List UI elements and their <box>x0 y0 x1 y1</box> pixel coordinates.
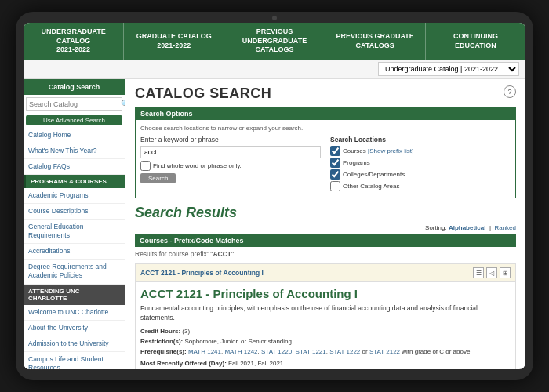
credit-hours-value: (3) <box>182 328 190 335</box>
sidebar-catalog-home[interactable]: Catalog Home <box>24 128 125 143</box>
course-link[interactable]: ACCT 2121 - Principles of Accounting I <box>140 269 264 277</box>
results-section-header: Courses - Prefix/Code Matches <box>135 234 516 247</box>
restrictions: Restriction(s): Sophomore, Junior, or Se… <box>140 337 511 346</box>
course-result-header: ACCT 2121 - Principles of Accounting I ☰… <box>136 264 515 282</box>
sidebar-general-education[interactable]: General Education Requirements <box>24 220 125 244</box>
keyword-label: Enter a keyword or phrase <box>140 136 321 143</box>
main-area: Catalog Search 🔍 Use Advanced Search Cat… <box>24 79 525 369</box>
course-result-box: ACCT 2121 - Principles of Accounting I ☰… <box>135 263 516 369</box>
search-options-body: Choose search locations to narrow or exp… <box>136 120 515 198</box>
location-programs: Programs <box>330 158 511 168</box>
sort-ranked-link[interactable]: Ranked <box>494 224 516 231</box>
catalog-bar: Undergraduate Catalog | 2021-2022 Gradua… <box>24 60 525 79</box>
sidebar-degree-requirements[interactable]: Degree Requirements and Academic Policie… <box>24 260 125 284</box>
programs-label: Programs <box>343 159 370 166</box>
recent-day: Most Recently Offered (Day): Fall 2021, … <box>140 359 511 368</box>
sidebar: Catalog Search 🔍 Use Advanced Search Cat… <box>24 79 125 369</box>
catalog-dropdown[interactable]: Undergraduate Catalog | 2021-2022 Gradua… <box>378 62 519 76</box>
whole-word-checkbox[interactable] <box>140 161 151 171</box>
location-colleges: Colleges/Departments <box>330 169 511 180</box>
sidebar-catalog-faqs[interactable]: Catalog FAQs <box>24 159 125 175</box>
sidebar-search-header: Catalog Search <box>24 79 125 95</box>
location-other: Other Catalog Areas <box>330 181 511 191</box>
other-label: Other Catalog Areas <box>343 183 399 190</box>
sidebar-advanced-link: Use Advanced Search <box>24 113 125 128</box>
whole-word-label: Find whole word or phrase only. <box>153 162 242 169</box>
sidebar-search-input[interactable] <box>27 99 119 110</box>
location-courses: Courses [Show prefix list] <box>330 146 511 156</box>
courses-label: Courses [Show prefix list] <box>343 147 413 154</box>
top-navigation: UNDERGRADUATE CATALOG 2021-2022 GRADUATE… <box>24 23 525 60</box>
courses-checkbox[interactable] <box>330 146 340 156</box>
course-title: ACCT 2121 - Principles of Accounting I <box>140 287 511 301</box>
sidebar-programs-header: PROGRAMS & COURSES <box>24 175 125 188</box>
search-right: Search Locations Courses [Show prefix li… <box>330 136 511 193</box>
search-results-title: Search Results <box>135 205 516 221</box>
help-icon[interactable]: ? <box>504 85 516 98</box>
nav-prev-undergrad[interactable]: PREVIOUS UNDERGRADUATE CATALOGS <box>224 23 325 60</box>
sidebar-accreditations[interactable]: Accreditations <box>24 244 125 260</box>
sidebar-campus-life[interactable]: Campus Life and Student Resources <box>24 352 125 369</box>
search-options-desc: Choose search locations to narrow or exp… <box>140 125 511 132</box>
tablet-screen: UNDERGRADUATE CATALOG 2021-2022 GRADUATE… <box>24 23 525 369</box>
sidebar-course-descriptions[interactable]: Course Descriptions <box>24 204 125 220</box>
sidebar-about[interactable]: About the University <box>24 321 125 336</box>
sidebar-attending-header: ATTENDING UNC CHARLOTTE <box>24 285 125 305</box>
restrictions-value: Sophomore, Junior, or Senior standing. <box>184 338 293 345</box>
course-desc: Fundamental accounting principles, with … <box>140 304 511 323</box>
bookmark-icon[interactable]: ☰ <box>473 267 484 278</box>
credit-hours-label: Credit Hours: <box>140 328 182 335</box>
locations-title: Search Locations <box>330 136 511 143</box>
prereq-stat1221[interactable]: STAT 1221 <box>296 348 326 355</box>
course-action-icons: ☰ ◁ ⊞ <box>473 267 511 278</box>
prerequisites: Prerequisite(s): MATH 1241, MATH 1242, S… <box>140 347 511 356</box>
other-checkbox[interactable] <box>330 181 340 191</box>
prereq-stat1222[interactable]: STAT 1222 <box>329 348 360 355</box>
search-options-row: Enter a keyword or phrase Find whole wor… <box>140 136 511 193</box>
credit-hours: Credit Hours: (3) <box>140 327 511 336</box>
search-options-header: Search Options <box>136 107 515 120</box>
nav-continuing-ed[interactable]: CONTINUING EDUCATION <box>426 23 525 60</box>
keyword-input[interactable] <box>140 146 321 158</box>
prereq-math1242[interactable]: MATH 1242 <box>224 348 257 355</box>
sidebar-search-button[interactable]: 🔍 <box>119 98 125 110</box>
show-prefix-list-link[interactable]: [Show prefix list] <box>368 147 413 154</box>
colleges-label: Colleges/Departments <box>343 171 405 178</box>
prereq-math1241[interactable]: MATH 1241 <box>188 348 221 355</box>
search-button[interactable]: Search <box>140 173 176 183</box>
sidebar-whats-new[interactable]: What's New This Year? <box>24 143 125 159</box>
content-area: CATALOG SEARCH ? Search Options Choose s… <box>125 79 525 369</box>
search-left: Enter a keyword or phrase Find whole wor… <box>140 136 321 193</box>
prereq-label: Prerequisite(s): <box>140 348 188 355</box>
prefix-text: Results for course prefix: "ACCT" <box>135 250 234 258</box>
course-result-body: ACCT 2121 - Principles of Accounting I F… <box>136 282 515 369</box>
search-options-box: Search Options Choose search locations t… <box>135 107 516 198</box>
whole-word-row: Find whole word or phrase only. <box>140 161 321 171</box>
sidebar-admission[interactable]: Admission to the University <box>24 336 125 352</box>
nav-graduate-catalog[interactable]: GRADUATE CATALOG 2021-2022 <box>124 23 224 60</box>
tablet-camera-icon <box>272 16 277 20</box>
advanced-search-link[interactable]: Use Advanced Search <box>26 115 122 125</box>
tablet-frame: UNDERGRADUATE CATALOG 2021-2022 GRADUATE… <box>16 12 533 380</box>
sorting-label: Sorting: <box>425 224 447 231</box>
recent-day-label: Most Recently Offered (Day): <box>140 360 228 367</box>
recent-day-value: Fall 2021, Fall 2021 <box>228 360 283 367</box>
sort-alphabetical-link[interactable]: Alphabetical <box>449 224 486 231</box>
add-icon[interactable]: ⊞ <box>500 267 511 278</box>
share-icon[interactable]: ◁ <box>486 267 497 278</box>
colleges-checkbox[interactable] <box>330 169 340 180</box>
prereq-stat2122[interactable]: STAT 2122 <box>369 348 400 355</box>
results-prefix-text: Results for course prefix: "ACCT" <box>135 249 516 260</box>
sidebar-search-box: 🔍 <box>26 97 122 111</box>
sidebar-welcome[interactable]: Welcome to UNC Charlotte <box>24 305 125 321</box>
sorting-row: Sorting: Alphabetical | Ranked <box>135 224 516 231</box>
page-title: CATALOG SEARCH <box>135 85 271 102</box>
nav-prev-graduate[interactable]: PREVIOUS GRADUATE CATALOGS <box>325 23 426 60</box>
restrictions-label: Restriction(s): <box>140 338 184 345</box>
nav-undergrad-catalog[interactable]: UNDERGRADUATE CATALOG 2021-2022 <box>24 23 124 60</box>
prereq-stat1220[interactable]: STAT 1220 <box>261 348 292 355</box>
sidebar-academic-programs[interactable]: Academic Programs <box>24 188 125 204</box>
programs-checkbox[interactable] <box>330 158 340 168</box>
